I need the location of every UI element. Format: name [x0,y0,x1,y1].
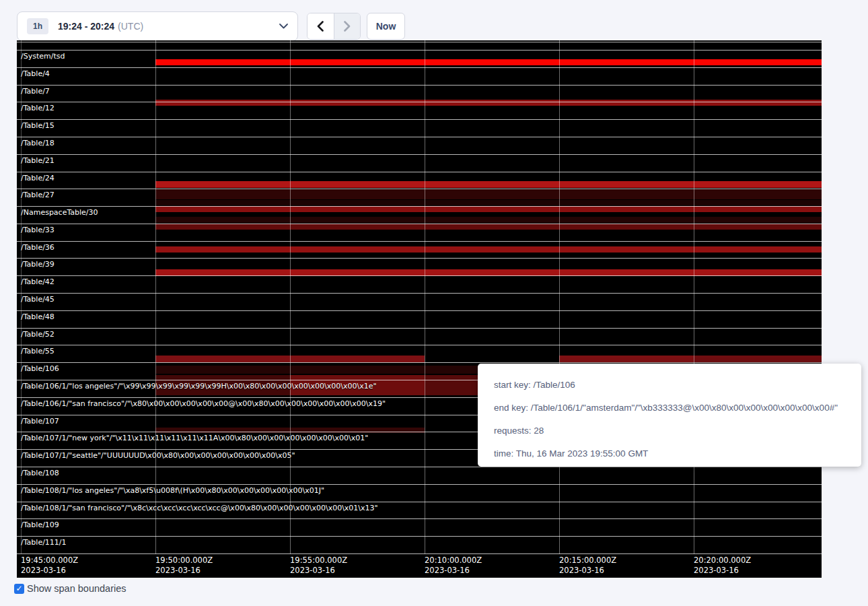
span-boundary-line [17,553,822,554]
tooltip-start-key: start key: /Table/106 [494,374,845,397]
span-boundary-line [17,42,822,42]
row-label: /Table/39 [21,260,55,269]
span-boundary-line [17,467,822,467]
heat-band[interactable] [559,356,694,362]
now-button[interactable]: Now [367,13,405,40]
row-label: /Table/106 [21,364,59,373]
row-label: /Table/109 [21,520,59,529]
row-label: /Table/106/1/"san francisco"/"\x80\x00\x… [21,399,386,408]
row-label: /Table/52 [21,330,55,339]
tooltip-end-key: end key: /Table/106/1/"amsterdam"/"\xb33… [494,397,845,419]
x-axis-label: 20:20:00.000Z2023-03-16 [694,556,751,576]
heat-band[interactable] [155,366,478,374]
span-boundary-line [17,536,822,537]
x-axis-label: 19:55:00.000Z2023-03-16 [290,556,347,576]
span-boundary-line [17,189,822,189]
span-boundary-line [17,502,822,502]
x-axis-label: 20:10:00.000Z2023-03-16 [425,556,482,576]
span-boundary-line [17,362,822,363]
heat-band[interactable] [694,356,822,362]
row-label: /Table/45 [21,295,55,304]
heat-band[interactable] [155,246,822,252]
row-label: /Table/111/1 [21,538,67,547]
time-gridline [559,40,560,554]
time-gridline [290,40,291,554]
time-gridline [425,40,425,554]
span-boundary-line [17,345,822,345]
row-label: /Table/27 [21,191,55,199]
span-boundary-line [17,206,822,207]
span-boundaries-row: ✓ Show span boundaries [14,583,126,594]
span-boundary-line [17,50,822,50]
hover-tooltip: start key: /Table/106 end key: /Table/10… [478,364,861,467]
next-time-window-button[interactable] [334,13,360,39]
chevron-left-icon [317,21,324,32]
show-span-boundaries-checkbox[interactable]: ✓ [14,584,24,594]
previous-time-window-button[interactable] [308,13,334,39]
row-label: /Table/36 [21,243,55,252]
tooltip-requests: requests: 28 [494,419,845,442]
span-boundary-line [17,258,822,259]
heat-band[interactable] [155,206,822,212]
heat-band[interactable] [155,217,822,223]
row-label: /Table/48 [21,312,55,321]
row-label: /Table/24 [21,174,55,182]
span-boundary-line [17,119,822,120]
span-boundary-line [17,275,822,276]
time-window-nav [307,13,361,40]
span-boundary-line [17,241,822,242]
timezone-label: (UTC) [118,21,143,32]
heat-band[interactable] [155,100,822,106]
row-label: /Table/106/1/"los angeles"/"\x99\x99\x99… [21,382,376,391]
row-label: /Table/7 [21,87,50,96]
time-gridline [155,40,156,554]
span-boundary-line [17,224,822,224]
span-boundary-line [17,154,822,155]
checkmark-icon: ✓ [15,584,22,593]
show-span-boundaries-label: Show span boundaries [27,583,126,594]
span-boundary-line [17,293,822,294]
heat-band[interactable] [155,181,822,188]
row-label: /Table/33 [21,226,55,234]
span-boundary-line [17,67,822,68]
heat-band[interactable] [155,224,822,230]
span-boundary-line [17,102,822,102]
time-range-text: 19:24 - 20:24 [58,21,114,32]
heat-band[interactable] [155,200,822,205]
key-visualizer-canvas[interactable]: /System/tsd/Table/4/Table/7/Table/12/Tab… [17,40,822,578]
span-boundary-line [17,172,822,172]
row-label: /Table/21 [21,156,55,165]
span-boundary-line [17,518,822,519]
row-label: /Table/12 [21,104,55,112]
row-label: /NamespaceTable/30 [21,208,98,217]
duration-badge: 1h [27,18,48,34]
row-label: /Table/108/1/"san francisco"/"\x8c\xcc\x… [21,504,378,512]
heat-band[interactable] [155,59,822,65]
tooltip-time: time: Thu, 16 Mar 2023 19:55:00 GMT [494,442,845,465]
chevron-right-icon [344,21,351,32]
x-axis-label: 19:45:00.000Z2023-03-16 [21,556,78,576]
chevron-down-icon [279,24,288,29]
time-range-selector[interactable]: 1h 19:24 - 20:24 (UTC) [17,11,298,41]
span-boundary-line [17,85,822,86]
x-axis-label: 19:50:00.000Z2023-03-16 [155,556,213,576]
row-label: /Table/108 [21,469,59,477]
row-label: /Table/108/1/"los angeles"/"\xa8\xf5\u00… [21,486,324,495]
row-label: /Table/42 [21,277,55,286]
row-label: /System/tsd [21,52,65,61]
row-label: /Table/107 [21,417,59,426]
row-label: /Table/18 [21,139,55,147]
time-gridline [694,40,694,554]
heat-band[interactable] [155,189,822,199]
span-boundary-line [17,328,822,329]
span-boundary-line [17,484,822,485]
row-label: /Table/107/1/"seattle"/"UUUUUUD\x00\x80\… [21,451,295,460]
row-label: /Table/55 [21,347,55,356]
row-label: /Table/4 [21,69,50,78]
span-boundary-line [17,310,822,311]
row-label: /Table/107/1/"new york"/"\x11\x11\x11\x1… [21,434,368,442]
x-axis-label: 20:15:00.000Z2023-03-16 [559,556,616,576]
span-boundary-line [17,137,822,137]
row-label: /Table/15 [21,121,55,130]
